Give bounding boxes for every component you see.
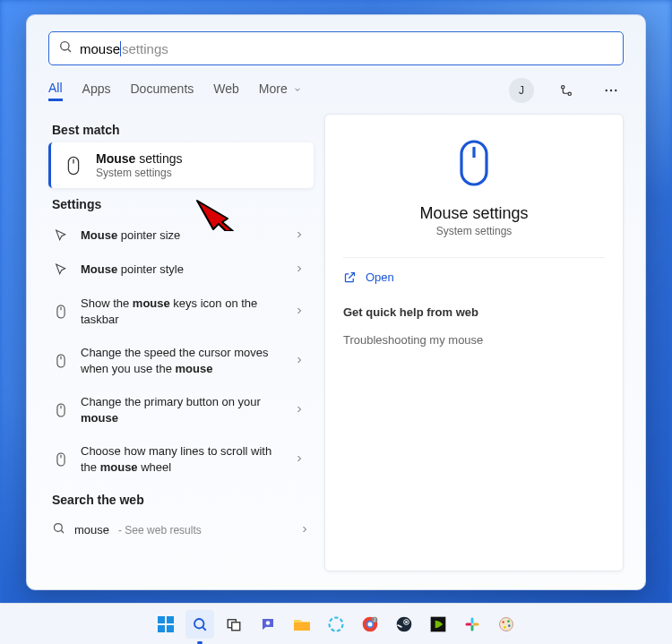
svg-point-46 [500, 617, 513, 631]
pointer-icon [52, 228, 70, 243]
results-column: Best match Mouse settings System setting… [48, 114, 314, 571]
svg-point-49 [508, 624, 511, 627]
chevron-right-icon [299, 522, 310, 538]
svg-point-0 [61, 42, 69, 50]
svg-rect-45 [471, 624, 474, 631]
setting-mouse-pointer-size[interactable]: Mouse pointer size [48, 219, 314, 253]
mouse-icon [52, 304, 70, 320]
svg-rect-31 [294, 623, 310, 631]
svg-rect-22 [158, 616, 165, 623]
taskbar-chat[interactable] [254, 610, 282, 639]
chevron-right-icon [294, 402, 305, 418]
chevron-right-icon [294, 228, 305, 244]
taskbar-paint[interactable] [492, 610, 521, 639]
open-button[interactable]: Open [343, 270, 605, 284]
taskbar-nvidia[interactable] [424, 610, 452, 639]
web-hint: - See web results [118, 524, 202, 537]
org-icon[interactable] [554, 78, 579, 103]
setting-label: Mouse pointer size [81, 228, 283, 244]
mouse-icon [52, 353, 70, 369]
svg-point-30 [266, 621, 271, 625]
mouse-icon [62, 154, 85, 177]
chevron-right-icon [294, 353, 305, 369]
mouse-large-icon [452, 136, 495, 193]
best-match-title: Mouse settings [96, 151, 182, 166]
svg-point-48 [507, 620, 510, 623]
quick-help-heading: Get quick help from web [343, 305, 605, 319]
svg-point-40 [405, 621, 408, 623]
svg-point-6 [615, 90, 616, 91]
svg-point-47 [502, 621, 504, 623]
preview-title: Mouse settings [419, 204, 528, 223]
tab-more-label: More [259, 82, 288, 96]
tab-documents[interactable]: Documents [130, 82, 194, 99]
taskbar-app-1[interactable] [322, 610, 350, 639]
web-result[interactable]: mouse - See web results [48, 512, 314, 547]
svg-point-2 [562, 86, 564, 89]
svg-point-17 [55, 524, 63, 532]
search-ghost-text: settings [122, 41, 168, 56]
user-avatar[interactable]: J [509, 78, 534, 103]
svg-point-26 [194, 619, 204, 629]
svg-point-38 [397, 616, 412, 631]
taskbar-task-view[interactable] [220, 610, 248, 639]
preview-subtitle: System settings [436, 225, 513, 237]
setting-scroll-lines[interactable]: Choose how many lines to scroll with the… [48, 434, 314, 484]
svg-point-35 [368, 622, 373, 626]
chevron-down-icon [293, 85, 302, 94]
tab-all[interactable]: All [48, 81, 63, 101]
taskbar-chrome[interactable]: J [356, 610, 384, 639]
svg-rect-43 [466, 623, 472, 625]
setting-label: Choose how many lines to scroll with the… [81, 443, 283, 475]
setting-label: Mouse pointer style [81, 262, 283, 278]
best-match-heading: Best match [52, 123, 314, 137]
svg-rect-23 [167, 616, 174, 623]
chevron-right-icon [294, 262, 305, 278]
tab-web[interactable]: Web [213, 82, 239, 99]
taskbar-search[interactable] [185, 610, 214, 639]
setting-label: Change the primary button on your mouse [81, 394, 283, 425]
text-caret [120, 41, 121, 56]
setting-mouse-pointer-style[interactable]: Mouse pointer style [48, 253, 314, 287]
tab-apps[interactable]: Apps [82, 82, 111, 99]
preview-pane: Mouse settings System settings Open Get … [324, 114, 624, 571]
svg-line-18 [61, 531, 64, 534]
best-match-result[interactable]: Mouse settings System settings [48, 142, 314, 188]
setting-mouse-keys-icon[interactable]: Show the mouse keys icon on the taskbar [48, 287, 314, 336]
chevron-right-icon [294, 451, 305, 468]
search-typed-text: mouse [80, 41, 120, 56]
mouse-icon [52, 402, 70, 418]
taskbar-slack[interactable] [458, 610, 487, 639]
svg-point-4 [606, 90, 607, 91]
settings-heading: Settings [52, 197, 314, 211]
svg-line-27 [202, 627, 205, 630]
svg-rect-44 [473, 623, 479, 625]
more-options-icon[interactable] [599, 78, 624, 103]
svg-rect-25 [167, 625, 174, 632]
pointer-icon [52, 262, 70, 277]
svg-point-3 [568, 92, 571, 95]
tab-more[interactable]: More [259, 82, 302, 99]
search-web-heading: Search the web [52, 493, 314, 507]
start-button[interactable] [151, 610, 180, 639]
web-term: mouse [74, 523, 109, 537]
help-link-troubleshoot[interactable]: Troubleshooting my mouse [343, 333, 605, 347]
taskbar-explorer[interactable] [288, 610, 316, 639]
settings-list: Mouse pointer size Mouse pointer style S… [48, 219, 314, 484]
open-external-icon [343, 270, 357, 284]
chevron-right-icon [294, 304, 305, 320]
search-icon [52, 521, 65, 538]
divider [343, 257, 605, 258]
setting-label: Change the speed the cursor moves when y… [81, 345, 283, 376]
open-label: Open [366, 270, 394, 284]
mouse-icon [52, 451, 70, 468]
svg-rect-24 [158, 625, 165, 632]
filter-tabs: All Apps Documents Web More J [48, 78, 624, 103]
setting-cursor-speed[interactable]: Change the speed the cursor moves when y… [48, 336, 314, 385]
best-match-subtitle: System settings [96, 167, 182, 179]
search-panel: mousesettings All Apps Documents Web Mor… [26, 14, 646, 590]
setting-primary-button[interactable]: Change the primary button on your mouse [48, 385, 314, 434]
taskbar-steam[interactable] [390, 610, 418, 639]
search-input[interactable]: mousesettings [48, 31, 624, 65]
svg-point-5 [610, 90, 612, 91]
